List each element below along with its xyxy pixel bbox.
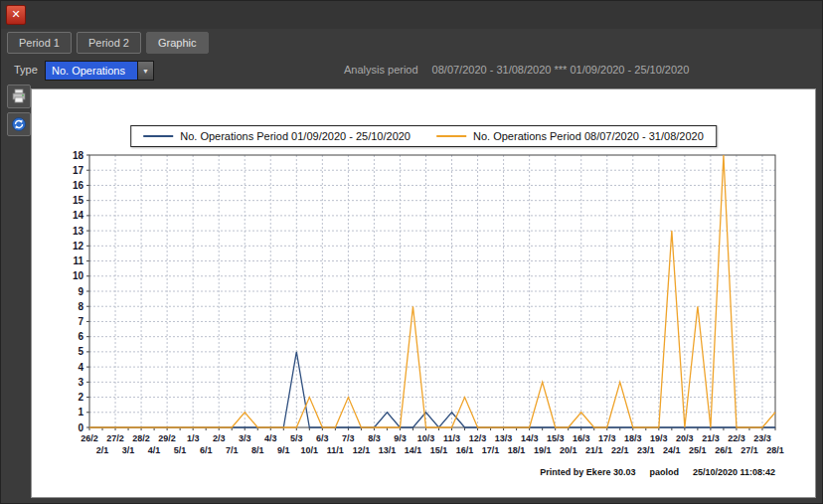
svg-text:6: 6 <box>78 331 83 342</box>
svg-text:17: 17 <box>73 165 84 176</box>
svg-text:5: 5 <box>78 346 83 357</box>
analysis-period-label: Analysis period <box>344 64 418 76</box>
svg-text:18/3: 18/3 <box>624 433 642 443</box>
svg-text:10/1: 10/1 <box>301 445 319 455</box>
svg-text:24/1: 24/1 <box>663 445 681 455</box>
svg-text:23/1: 23/1 <box>637 445 655 455</box>
svg-text:9/1: 9/1 <box>277 445 290 455</box>
printed-user-text: paolod <box>649 467 679 477</box>
svg-text:7: 7 <box>78 316 83 327</box>
legend-line-blue <box>143 135 173 137</box>
svg-text:14: 14 <box>73 210 84 221</box>
side-toolbar <box>7 84 31 136</box>
printed-by-text: Printed by Ekere 30.03 <box>540 467 635 477</box>
chevron-down-icon[interactable]: ▼ <box>137 62 153 80</box>
svg-text:23/3: 23/3 <box>753 433 771 443</box>
legend-line-orange <box>436 135 466 137</box>
svg-text:3: 3 <box>78 377 83 388</box>
print-button[interactable] <box>7 84 31 108</box>
svg-text:8/3: 8/3 <box>368 433 381 443</box>
svg-text:11: 11 <box>73 255 83 266</box>
svg-text:16/3: 16/3 <box>573 433 590 443</box>
svg-text:9: 9 <box>78 286 83 297</box>
print-icon <box>11 88 27 104</box>
svg-text:4/3: 4/3 <box>264 433 277 443</box>
refresh-icon <box>11 116 27 132</box>
svg-text:15/3: 15/3 <box>547 433 565 443</box>
svg-text:28/1: 28/1 <box>766 445 784 455</box>
svg-text:6/3: 6/3 <box>316 433 329 443</box>
svg-text:7/3: 7/3 <box>342 433 355 443</box>
tab-period-1[interactable]: Period 1 <box>7 32 72 54</box>
svg-text:20/1: 20/1 <box>560 445 577 455</box>
svg-text:9/3: 9/3 <box>394 433 407 443</box>
svg-text:2/3: 2/3 <box>213 433 226 443</box>
svg-text:15/1: 15/1 <box>430 445 448 455</box>
svg-text:4/1: 4/1 <box>148 445 161 455</box>
svg-text:8: 8 <box>78 301 83 312</box>
toolbar: Type No. Operations ▼ Analysis period 08… <box>1 59 822 83</box>
svg-text:12/3: 12/3 <box>469 433 487 443</box>
svg-text:3/1: 3/1 <box>122 445 135 455</box>
svg-text:15: 15 <box>73 195 84 206</box>
close-icon: ✕ <box>11 8 20 20</box>
svg-text:11/3: 11/3 <box>443 433 460 443</box>
svg-text:1/3: 1/3 <box>187 433 200 443</box>
svg-text:27/2: 27/2 <box>106 433 124 443</box>
svg-text:21/3: 21/3 <box>702 433 720 443</box>
svg-text:19/1: 19/1 <box>534 445 552 455</box>
svg-text:18/1: 18/1 <box>508 445 526 455</box>
chart-svg: 012345678910111213141516171826/227/228/2… <box>50 141 809 471</box>
svg-text:17/1: 17/1 <box>482 445 500 455</box>
analysis-period: Analysis period 08/07/2020 - 31/08/2020 … <box>344 64 689 76</box>
svg-text:5/1: 5/1 <box>174 445 187 455</box>
printed-datetime-text: 25/10/2020 11:08:42 <box>693 467 775 477</box>
print-footer: Printed by Ekere 30.03 paolod 25/10/2020… <box>540 467 775 477</box>
svg-text:10: 10 <box>73 270 84 281</box>
svg-text:13/3: 13/3 <box>495 433 513 443</box>
svg-text:0: 0 <box>78 422 83 433</box>
report-window: ✕ Period 1 Period 2 Graphic Type No. Ope… <box>0 0 823 504</box>
svg-text:2/1: 2/1 <box>96 445 109 455</box>
svg-text:25/1: 25/1 <box>689 445 707 455</box>
svg-text:28/2: 28/2 <box>132 433 150 443</box>
svg-text:6/1: 6/1 <box>200 445 213 455</box>
svg-text:12: 12 <box>73 241 84 252</box>
svg-text:27/1: 27/1 <box>741 445 758 455</box>
svg-text:7/1: 7/1 <box>226 445 239 455</box>
svg-text:2: 2 <box>78 392 83 403</box>
svg-text:21/1: 21/1 <box>585 445 603 455</box>
type-select-value: No. Operations <box>46 62 137 80</box>
svg-text:22/3: 22/3 <box>728 433 745 443</box>
svg-text:20/3: 20/3 <box>676 433 694 443</box>
svg-text:13: 13 <box>73 226 84 237</box>
svg-text:12/1: 12/1 <box>353 445 371 455</box>
svg-text:4: 4 <box>78 362 83 373</box>
svg-text:1: 1 <box>78 407 83 418</box>
titlebar <box>1 1 822 29</box>
svg-text:10/3: 10/3 <box>417 433 435 443</box>
svg-text:17/3: 17/3 <box>598 433 616 443</box>
svg-text:13/1: 13/1 <box>379 445 397 455</box>
svg-text:11/1: 11/1 <box>327 445 344 455</box>
tab-bar: Period 1 Period 2 Graphic <box>7 32 209 54</box>
svg-text:26/2: 26/2 <box>81 433 98 443</box>
svg-text:5/3: 5/3 <box>290 433 303 443</box>
svg-text:22/1: 22/1 <box>611 445 629 455</box>
svg-text:18: 18 <box>73 150 84 161</box>
svg-text:19/3: 19/3 <box>650 433 668 443</box>
svg-text:14/3: 14/3 <box>521 433 539 443</box>
chart-panel: No. Operations Period 01/09/2020 - 25/10… <box>31 88 816 498</box>
svg-text:14/1: 14/1 <box>405 445 422 455</box>
svg-text:16/1: 16/1 <box>456 445 474 455</box>
svg-text:16: 16 <box>73 180 84 191</box>
analysis-period-value: 08/07/2020 - 31/08/2020 *** 01/09/2020 -… <box>432 64 690 76</box>
type-select[interactable]: No. Operations ▼ <box>45 61 154 81</box>
svg-text:29/2: 29/2 <box>158 433 176 443</box>
svg-text:3/3: 3/3 <box>239 433 251 443</box>
refresh-button[interactable] <box>7 112 31 136</box>
svg-text:26/1: 26/1 <box>715 445 733 455</box>
tab-graphic[interactable]: Graphic <box>146 32 209 54</box>
tab-period-2[interactable]: Period 2 <box>77 32 141 54</box>
close-button[interactable]: ✕ <box>6 5 26 25</box>
